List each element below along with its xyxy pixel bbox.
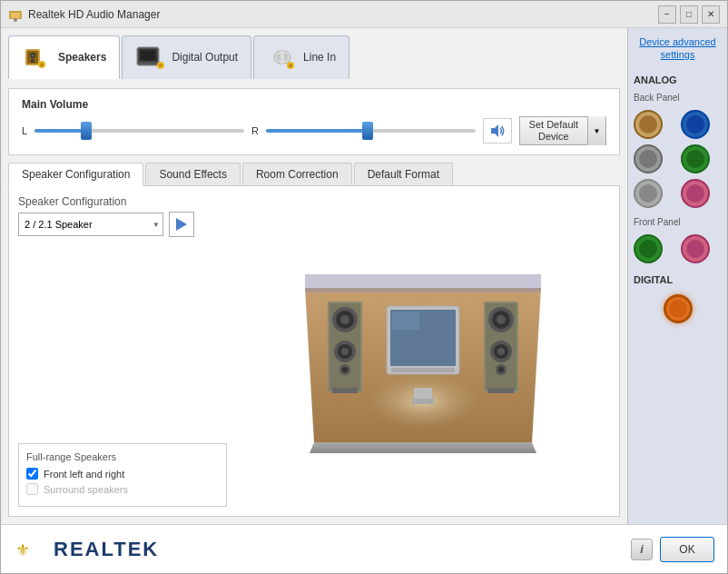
connector-back-2[interactable] [634,144,663,173]
device-advanced-link[interactable]: Device advancedsettings [634,35,722,62]
tab-sound-effects[interactable]: Sound Effects [145,163,241,185]
speaker-dropdown-wrapper: 2 / 2.1 Speaker 4 / 4.1 Speaker 5.1 Spea… [18,213,163,236]
svg-point-54 [498,367,504,372]
digital-output-icon [135,42,166,73]
left-volume-slider[interactable] [34,122,244,140]
app-icon [8,7,23,22]
speaker-panel: Speaker Configuration 2 / 2.1 Speaker 4 … [8,186,620,517]
full-range-title: Full-range Speakers [26,451,219,462]
tab-room-correction[interactable]: Room Correction [242,163,352,185]
front-speakers-label: Front left and right [44,469,124,480]
surround-speakers-checkbox[interactable] [26,483,38,495]
svg-point-32 [340,315,349,324]
svg-rect-27 [305,274,541,292]
set-default-button[interactable]: Set DefaultDevice ▼ [519,116,606,145]
front-panel-connectors [634,233,722,265]
left-panel: ✓ Speakers Digital Output [1,28,627,524]
front-speakers-checkbox[interactable] [26,468,38,480]
connector-back-0[interactable] [634,110,663,139]
device-tab-bar: ✓ Speakers Digital Output [8,35,620,79]
checkbox-front-speakers: Front left and right [26,468,219,480]
svg-rect-38 [332,388,358,393]
set-default-label: Set DefaultDevice [520,119,587,143]
line-in-icon: ✓ [267,42,298,73]
connector-back-5[interactable] [681,179,710,208]
speaker-config-left: Speaker Configuration 2 / 2.1 Speaker 4 … [18,195,227,507]
svg-point-52 [497,348,505,355]
connector-digital-0[interactable] [664,294,693,323]
connector-back-3[interactable] [681,144,710,173]
analog-section-title: ANALOG [634,74,722,85]
svg-rect-43 [392,312,419,330]
bottom-right: i OK [631,537,714,562]
mute-button[interactable] [483,118,512,144]
svg-rect-55 [488,388,514,393]
speaker-visualization [236,195,610,507]
back-panel-title: Back Panel [634,93,722,103]
main-content: ✓ Speakers Digital Output [1,28,727,524]
tab-speakers[interactable]: ✓ Speakers [8,35,120,79]
dropdown-arrow-icon[interactable]: ▼ [587,116,605,145]
speaker-stage-svg [278,224,568,479]
svg-rect-14 [141,51,155,60]
svg-point-2 [14,18,17,22]
inner-tab-bar: Speaker Configuration Sound Effects Room… [8,163,620,186]
info-button[interactable]: i [631,539,653,560]
speaker-config-label: Speaker Configuration [18,195,227,208]
close-button[interactable]: ✕ [702,5,720,24]
digital-connector-area [634,291,722,327]
svg-point-16 [159,64,162,67]
svg-text:✓: ✓ [40,63,44,68]
volume-label: Main Volume [22,98,606,111]
svg-rect-40 [414,388,432,399]
svg-rect-44 [391,368,455,372]
svg-point-49 [497,315,506,324]
speaker-config-dropdown[interactable]: 2 / 2.1 Speaker 4 / 4.1 Speaker 5.1 Spea… [18,213,163,236]
tab-speaker-configuration[interactable]: Speaker Configuration [8,163,143,186]
svg-point-6 [32,54,34,57]
volume-row: L R [22,116,606,145]
svg-point-8 [32,60,34,62]
front-panel-title: Front Panel [634,217,722,227]
realtek-branding: ⚜ REALTEK [14,536,173,563]
connector-back-1[interactable] [681,110,710,139]
volume-section: Main Volume L R [8,88,620,155]
title-text: Realtek HD Audio Manager [28,8,658,21]
connector-front-1[interactable] [681,234,710,263]
tab-line-in[interactable]: ✓ Line In [253,35,349,79]
connector-front-0[interactable] [634,234,663,263]
speaker-icon [488,122,507,140]
svg-marker-23 [491,124,498,137]
checkbox-surround-speakers: Surround speakers [26,483,219,495]
svg-point-35 [341,348,349,355]
svg-marker-26 [310,442,536,453]
svg-text:✓: ✓ [289,64,293,69]
minimize-button[interactable]: − [658,5,676,24]
surround-speakers-label: Surround speakers [44,484,128,495]
right-panel: Device advancedsettings ANALOG Back Pane… [627,28,727,524]
right-label: R [251,125,259,136]
play-button[interactable] [169,212,194,237]
connector-back-4[interactable] [634,179,663,208]
tab-digital-label: Digital Output [172,51,238,64]
digital-section-title: DIGITAL [634,274,722,285]
tab-default-format[interactable]: Default Format [354,163,453,185]
svg-rect-19 [280,51,284,64]
realtek-logo: ⚜ [14,536,46,563]
window-controls: − □ ✕ [658,5,720,24]
tab-linein-label: Line In [303,51,336,64]
maximize-button[interactable]: □ [680,5,698,24]
svg-point-37 [342,367,348,372]
svg-text:⚜: ⚜ [15,541,30,559]
bottom-bar: ⚜ REALTEK i OK [1,524,727,573]
title-bar: Realtek HD Audio Manager − □ ✕ [1,1,727,28]
left-label: L [22,125,27,136]
play-icon [176,218,187,231]
ok-button[interactable]: OK [660,537,714,562]
realtek-text: REALTEK [54,538,159,561]
tab-speakers-label: Speakers [58,51,106,64]
right-volume-slider[interactable] [266,122,476,140]
tab-digital-output[interactable]: Digital Output [122,35,251,79]
speaker-dropdown-row: 2 / 2.1 Speaker 4 / 4.1 Speaker 5.1 Spea… [18,212,227,237]
back-panel-connectors [634,108,722,210]
